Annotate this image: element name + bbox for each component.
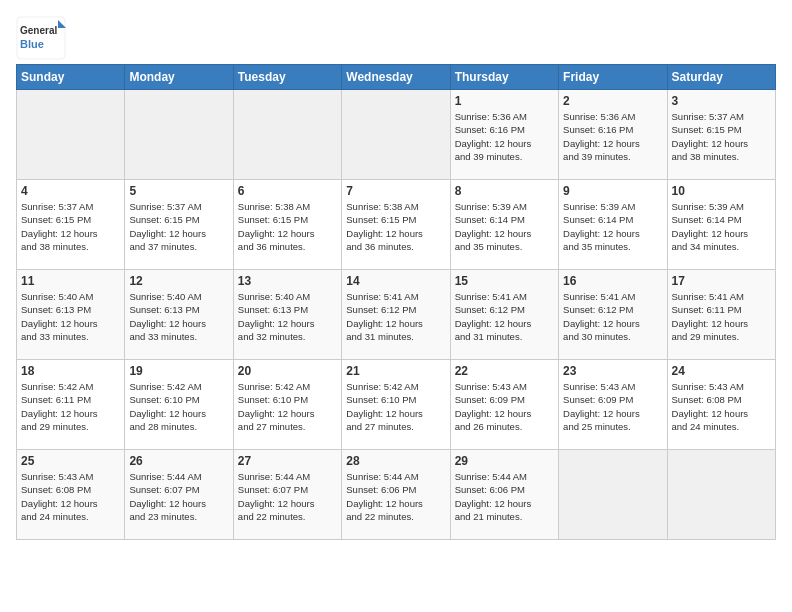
day-info: Sunrise: 5:39 AM Sunset: 6:14 PM Dayligh…	[672, 200, 771, 253]
calendar-cell	[342, 90, 450, 180]
calendar-cell: 7Sunrise: 5:38 AM Sunset: 6:15 PM Daylig…	[342, 180, 450, 270]
calendar-cell: 12Sunrise: 5:40 AM Sunset: 6:13 PM Dayli…	[125, 270, 233, 360]
day-number: 20	[238, 364, 337, 378]
day-number: 11	[21, 274, 120, 288]
calendar-cell: 21Sunrise: 5:42 AM Sunset: 6:10 PM Dayli…	[342, 360, 450, 450]
page-header: General Blue	[16, 16, 776, 60]
calendar-week-3: 11Sunrise: 5:40 AM Sunset: 6:13 PM Dayli…	[17, 270, 776, 360]
calendar-cell: 11Sunrise: 5:40 AM Sunset: 6:13 PM Dayli…	[17, 270, 125, 360]
day-info: Sunrise: 5:38 AM Sunset: 6:15 PM Dayligh…	[238, 200, 337, 253]
day-info: Sunrise: 5:40 AM Sunset: 6:13 PM Dayligh…	[129, 290, 228, 343]
calendar-cell	[667, 450, 775, 540]
day-number: 24	[672, 364, 771, 378]
calendar-week-4: 18Sunrise: 5:42 AM Sunset: 6:11 PM Dayli…	[17, 360, 776, 450]
day-number: 29	[455, 454, 554, 468]
calendar-cell: 24Sunrise: 5:43 AM Sunset: 6:08 PM Dayli…	[667, 360, 775, 450]
day-info: Sunrise: 5:41 AM Sunset: 6:12 PM Dayligh…	[455, 290, 554, 343]
calendar-cell: 28Sunrise: 5:44 AM Sunset: 6:06 PM Dayli…	[342, 450, 450, 540]
logo: General Blue	[16, 16, 66, 60]
day-info: Sunrise: 5:43 AM Sunset: 6:08 PM Dayligh…	[21, 470, 120, 523]
day-number: 18	[21, 364, 120, 378]
day-number: 17	[672, 274, 771, 288]
header-day-monday: Monday	[125, 65, 233, 90]
calendar-cell	[559, 450, 667, 540]
calendar-header: SundayMondayTuesdayWednesdayThursdayFrid…	[17, 65, 776, 90]
calendar-cell	[233, 90, 341, 180]
calendar-cell: 18Sunrise: 5:42 AM Sunset: 6:11 PM Dayli…	[17, 360, 125, 450]
day-number: 13	[238, 274, 337, 288]
day-info: Sunrise: 5:39 AM Sunset: 6:14 PM Dayligh…	[563, 200, 662, 253]
header-row: SundayMondayTuesdayWednesdayThursdayFrid…	[17, 65, 776, 90]
svg-text:General: General	[20, 25, 57, 36]
calendar-cell: 22Sunrise: 5:43 AM Sunset: 6:09 PM Dayli…	[450, 360, 558, 450]
calendar-cell	[125, 90, 233, 180]
calendar-week-5: 25Sunrise: 5:43 AM Sunset: 6:08 PM Dayli…	[17, 450, 776, 540]
calendar-cell: 20Sunrise: 5:42 AM Sunset: 6:10 PM Dayli…	[233, 360, 341, 450]
day-number: 27	[238, 454, 337, 468]
day-number: 15	[455, 274, 554, 288]
day-info: Sunrise: 5:42 AM Sunset: 6:11 PM Dayligh…	[21, 380, 120, 433]
day-info: Sunrise: 5:44 AM Sunset: 6:06 PM Dayligh…	[455, 470, 554, 523]
day-info: Sunrise: 5:41 AM Sunset: 6:12 PM Dayligh…	[563, 290, 662, 343]
header-day-friday: Friday	[559, 65, 667, 90]
day-info: Sunrise: 5:36 AM Sunset: 6:16 PM Dayligh…	[563, 110, 662, 163]
calendar-body: 1Sunrise: 5:36 AM Sunset: 6:16 PM Daylig…	[17, 90, 776, 540]
day-info: Sunrise: 5:42 AM Sunset: 6:10 PM Dayligh…	[129, 380, 228, 433]
day-number: 19	[129, 364, 228, 378]
day-info: Sunrise: 5:37 AM Sunset: 6:15 PM Dayligh…	[672, 110, 771, 163]
calendar-cell: 2Sunrise: 5:36 AM Sunset: 6:16 PM Daylig…	[559, 90, 667, 180]
calendar-cell: 19Sunrise: 5:42 AM Sunset: 6:10 PM Dayli…	[125, 360, 233, 450]
day-number: 10	[672, 184, 771, 198]
calendar-cell: 3Sunrise: 5:37 AM Sunset: 6:15 PM Daylig…	[667, 90, 775, 180]
day-number: 26	[129, 454, 228, 468]
day-number: 1	[455, 94, 554, 108]
day-number: 21	[346, 364, 445, 378]
day-number: 6	[238, 184, 337, 198]
day-info: Sunrise: 5:37 AM Sunset: 6:15 PM Dayligh…	[21, 200, 120, 253]
day-info: Sunrise: 5:43 AM Sunset: 6:09 PM Dayligh…	[455, 380, 554, 433]
day-number: 28	[346, 454, 445, 468]
logo-svg: General Blue	[16, 16, 66, 60]
day-info: Sunrise: 5:44 AM Sunset: 6:07 PM Dayligh…	[129, 470, 228, 523]
day-number: 16	[563, 274, 662, 288]
calendar-cell: 27Sunrise: 5:44 AM Sunset: 6:07 PM Dayli…	[233, 450, 341, 540]
day-info: Sunrise: 5:37 AM Sunset: 6:15 PM Dayligh…	[129, 200, 228, 253]
day-number: 14	[346, 274, 445, 288]
calendar-cell: 23Sunrise: 5:43 AM Sunset: 6:09 PM Dayli…	[559, 360, 667, 450]
day-number: 5	[129, 184, 228, 198]
day-number: 9	[563, 184, 662, 198]
calendar-cell: 15Sunrise: 5:41 AM Sunset: 6:12 PM Dayli…	[450, 270, 558, 360]
day-info: Sunrise: 5:36 AM Sunset: 6:16 PM Dayligh…	[455, 110, 554, 163]
header-day-wednesday: Wednesday	[342, 65, 450, 90]
day-number: 4	[21, 184, 120, 198]
day-number: 7	[346, 184, 445, 198]
day-info: Sunrise: 5:42 AM Sunset: 6:10 PM Dayligh…	[238, 380, 337, 433]
day-number: 12	[129, 274, 228, 288]
calendar-cell: 4Sunrise: 5:37 AM Sunset: 6:15 PM Daylig…	[17, 180, 125, 270]
header-day-thursday: Thursday	[450, 65, 558, 90]
day-number: 8	[455, 184, 554, 198]
day-number: 25	[21, 454, 120, 468]
header-day-sunday: Sunday	[17, 65, 125, 90]
calendar-cell: 10Sunrise: 5:39 AM Sunset: 6:14 PM Dayli…	[667, 180, 775, 270]
svg-text:Blue: Blue	[20, 38, 44, 50]
calendar-cell: 16Sunrise: 5:41 AM Sunset: 6:12 PM Dayli…	[559, 270, 667, 360]
calendar-cell: 9Sunrise: 5:39 AM Sunset: 6:14 PM Daylig…	[559, 180, 667, 270]
header-day-saturday: Saturday	[667, 65, 775, 90]
day-info: Sunrise: 5:42 AM Sunset: 6:10 PM Dayligh…	[346, 380, 445, 433]
day-info: Sunrise: 5:40 AM Sunset: 6:13 PM Dayligh…	[238, 290, 337, 343]
calendar-week-2: 4Sunrise: 5:37 AM Sunset: 6:15 PM Daylig…	[17, 180, 776, 270]
calendar-cell	[17, 90, 125, 180]
calendar-cell: 1Sunrise: 5:36 AM Sunset: 6:16 PM Daylig…	[450, 90, 558, 180]
day-number: 2	[563, 94, 662, 108]
header-day-tuesday: Tuesday	[233, 65, 341, 90]
calendar-cell: 26Sunrise: 5:44 AM Sunset: 6:07 PM Dayli…	[125, 450, 233, 540]
day-info: Sunrise: 5:39 AM Sunset: 6:14 PM Dayligh…	[455, 200, 554, 253]
calendar-cell: 25Sunrise: 5:43 AM Sunset: 6:08 PM Dayli…	[17, 450, 125, 540]
calendar-cell: 17Sunrise: 5:41 AM Sunset: 6:11 PM Dayli…	[667, 270, 775, 360]
calendar-cell: 8Sunrise: 5:39 AM Sunset: 6:14 PM Daylig…	[450, 180, 558, 270]
calendar-cell: 5Sunrise: 5:37 AM Sunset: 6:15 PM Daylig…	[125, 180, 233, 270]
day-number: 23	[563, 364, 662, 378]
day-number: 22	[455, 364, 554, 378]
day-info: Sunrise: 5:40 AM Sunset: 6:13 PM Dayligh…	[21, 290, 120, 343]
